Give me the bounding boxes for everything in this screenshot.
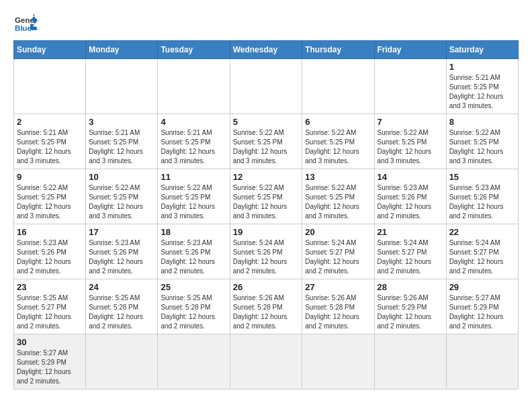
calendar-cell: 22Sunrise: 5:24 AM Sunset: 5:27 PM Dayli… — [446, 224, 518, 279]
day-info: Sunrise: 5:22 AM Sunset: 5:25 PM Dayligh… — [305, 183, 371, 221]
day-number: 25 — [161, 282, 226, 292]
day-number: 27 — [305, 282, 371, 292]
day-number: 9 — [17, 172, 83, 182]
day-info: Sunrise: 5:24 AM Sunset: 5:27 PM Dayligh… — [449, 238, 515, 276]
calendar-cell — [374, 59, 446, 114]
calendar-cell: 2Sunrise: 5:21 AM Sunset: 5:25 PM Daylig… — [14, 114, 86, 169]
calendar-week-row: 9Sunrise: 5:22 AM Sunset: 5:25 PM Daylig… — [14, 169, 519, 224]
day-info: Sunrise: 5:24 AM Sunset: 5:26 PM Dayligh… — [233, 238, 300, 276]
calendar-cell: 12Sunrise: 5:22 AM Sunset: 5:25 PM Dayli… — [230, 169, 302, 224]
calendar-cell — [374, 334, 446, 390]
day-number: 4 — [161, 117, 226, 127]
day-info: Sunrise: 5:22 AM Sunset: 5:25 PM Dayligh… — [449, 128, 515, 166]
calendar-cell: 16Sunrise: 5:23 AM Sunset: 5:26 PM Dayli… — [14, 224, 86, 279]
day-info: Sunrise: 5:26 AM Sunset: 5:28 PM Dayligh… — [233, 293, 300, 331]
day-info: Sunrise: 5:26 AM Sunset: 5:29 PM Dayligh… — [378, 293, 443, 331]
calendar-cell — [86, 59, 158, 114]
weekday-header-wednesday: Wednesday — [230, 41, 302, 59]
calendar-cell: 15Sunrise: 5:23 AM Sunset: 5:26 PM Dayli… — [446, 169, 518, 224]
calendar-cell: 6Sunrise: 5:22 AM Sunset: 5:25 PM Daylig… — [302, 114, 374, 169]
calendar-cell — [86, 334, 158, 390]
day-info: Sunrise: 5:24 AM Sunset: 5:27 PM Dayligh… — [305, 238, 371, 276]
calendar-cell: 1Sunrise: 5:21 AM Sunset: 5:25 PM Daylig… — [446, 59, 518, 114]
day-number: 13 — [305, 172, 371, 182]
logo: General Blue — [13, 13, 38, 34]
day-number: 21 — [378, 227, 443, 237]
day-number: 29 — [449, 282, 515, 292]
weekday-header-monday: Monday — [86, 41, 158, 59]
calendar-cell: 8Sunrise: 5:22 AM Sunset: 5:25 PM Daylig… — [446, 114, 518, 169]
calendar-cell: 7Sunrise: 5:22 AM Sunset: 5:25 PM Daylig… — [374, 114, 446, 169]
calendar-cell: 20Sunrise: 5:24 AM Sunset: 5:27 PM Dayli… — [302, 224, 374, 279]
day-number: 17 — [89, 227, 154, 237]
weekday-header-sunday: Sunday — [14, 41, 86, 59]
weekday-header-friday: Friday — [374, 41, 446, 59]
day-info: Sunrise: 5:27 AM Sunset: 5:29 PM Dayligh… — [17, 349, 83, 386]
day-info: Sunrise: 5:22 AM Sunset: 5:25 PM Dayligh… — [89, 183, 154, 221]
calendar-week-row: 16Sunrise: 5:23 AM Sunset: 5:26 PM Dayli… — [14, 224, 519, 279]
calendar-cell: 25Sunrise: 5:25 AM Sunset: 5:28 PM Dayli… — [158, 279, 230, 334]
weekday-header-row: SundayMondayTuesdayWednesdayThursdayFrid… — [14, 41, 519, 59]
day-number: 23 — [17, 282, 83, 292]
day-info: Sunrise: 5:21 AM Sunset: 5:25 PM Dayligh… — [17, 128, 83, 166]
day-info: Sunrise: 5:23 AM Sunset: 5:26 PM Dayligh… — [17, 238, 83, 276]
day-number: 22 — [449, 227, 515, 237]
day-number: 14 — [378, 172, 443, 182]
day-info: Sunrise: 5:22 AM Sunset: 5:25 PM Dayligh… — [17, 183, 83, 221]
calendar-cell: 30Sunrise: 5:27 AM Sunset: 5:29 PM Dayli… — [14, 334, 86, 390]
calendar-cell: 18Sunrise: 5:23 AM Sunset: 5:26 PM Dayli… — [158, 224, 230, 279]
calendar-cell: 9Sunrise: 5:22 AM Sunset: 5:25 PM Daylig… — [14, 169, 86, 224]
calendar-cell: 4Sunrise: 5:21 AM Sunset: 5:25 PM Daylig… — [158, 114, 230, 169]
day-number: 15 — [449, 172, 515, 182]
calendar-week-row: 1Sunrise: 5:21 AM Sunset: 5:25 PM Daylig… — [14, 59, 519, 114]
day-number: 7 — [378, 117, 443, 127]
weekday-header-tuesday: Tuesday — [158, 41, 230, 59]
day-info: Sunrise: 5:22 AM Sunset: 5:25 PM Dayligh… — [305, 128, 371, 166]
weekday-header-saturday: Saturday — [446, 41, 518, 59]
calendar-cell — [302, 59, 374, 114]
calendar-week-row: 2Sunrise: 5:21 AM Sunset: 5:25 PM Daylig… — [14, 114, 519, 169]
calendar-week-row: 23Sunrise: 5:25 AM Sunset: 5:27 PM Dayli… — [14, 279, 519, 334]
day-info: Sunrise: 5:27 AM Sunset: 5:29 PM Dayligh… — [449, 293, 515, 331]
calendar-cell — [230, 334, 302, 390]
calendar-cell: 23Sunrise: 5:25 AM Sunset: 5:27 PM Dayli… — [14, 279, 86, 334]
calendar-cell: 19Sunrise: 5:24 AM Sunset: 5:26 PM Dayli… — [230, 224, 302, 279]
calendar: SundayMondayTuesdayWednesdayThursdayFrid… — [13, 40, 519, 390]
day-number: 16 — [17, 227, 83, 237]
calendar-cell: 10Sunrise: 5:22 AM Sunset: 5:25 PM Dayli… — [86, 169, 158, 224]
calendar-cell — [302, 334, 374, 390]
day-number: 12 — [233, 172, 300, 182]
calendar-week-row: 30Sunrise: 5:27 AM Sunset: 5:29 PM Dayli… — [14, 334, 519, 390]
day-number: 28 — [378, 282, 443, 292]
day-number: 5 — [233, 117, 300, 127]
calendar-cell: 13Sunrise: 5:22 AM Sunset: 5:25 PM Dayli… — [302, 169, 374, 224]
calendar-cell — [158, 59, 230, 114]
day-number: 10 — [89, 172, 154, 182]
day-info: Sunrise: 5:25 AM Sunset: 5:28 PM Dayligh… — [89, 293, 154, 331]
day-number: 6 — [305, 117, 371, 127]
day-number: 24 — [89, 282, 154, 292]
calendar-cell: 26Sunrise: 5:26 AM Sunset: 5:28 PM Dayli… — [230, 279, 302, 334]
day-info: Sunrise: 5:22 AM Sunset: 5:25 PM Dayligh… — [378, 128, 443, 166]
day-info: Sunrise: 5:22 AM Sunset: 5:25 PM Dayligh… — [233, 128, 300, 166]
svg-text:Blue: Blue — [15, 24, 32, 32]
day-info: Sunrise: 5:25 AM Sunset: 5:28 PM Dayligh… — [161, 293, 226, 331]
day-info: Sunrise: 5:26 AM Sunset: 5:28 PM Dayligh… — [305, 293, 371, 331]
day-info: Sunrise: 5:21 AM Sunset: 5:25 PM Dayligh… — [449, 73, 515, 111]
calendar-cell — [14, 59, 86, 114]
day-info: Sunrise: 5:24 AM Sunset: 5:27 PM Dayligh… — [378, 238, 443, 276]
day-number: 30 — [17, 337, 83, 347]
logo-icon: General Blue — [13, 13, 38, 34]
weekday-header-thursday: Thursday — [302, 41, 374, 59]
day-info: Sunrise: 5:23 AM Sunset: 5:26 PM Dayligh… — [161, 238, 226, 276]
calendar-cell: 3Sunrise: 5:21 AM Sunset: 5:25 PM Daylig… — [86, 114, 158, 169]
day-number: 3 — [89, 117, 154, 127]
day-info: Sunrise: 5:22 AM Sunset: 5:25 PM Dayligh… — [161, 183, 226, 221]
calendar-cell: 28Sunrise: 5:26 AM Sunset: 5:29 PM Dayli… — [374, 279, 446, 334]
calendar-cell — [158, 334, 230, 390]
calendar-cell: 21Sunrise: 5:24 AM Sunset: 5:27 PM Dayli… — [374, 224, 446, 279]
day-number: 19 — [233, 227, 300, 237]
day-number: 8 — [449, 117, 515, 127]
calendar-cell: 5Sunrise: 5:22 AM Sunset: 5:25 PM Daylig… — [230, 114, 302, 169]
day-info: Sunrise: 5:22 AM Sunset: 5:25 PM Dayligh… — [233, 183, 300, 221]
